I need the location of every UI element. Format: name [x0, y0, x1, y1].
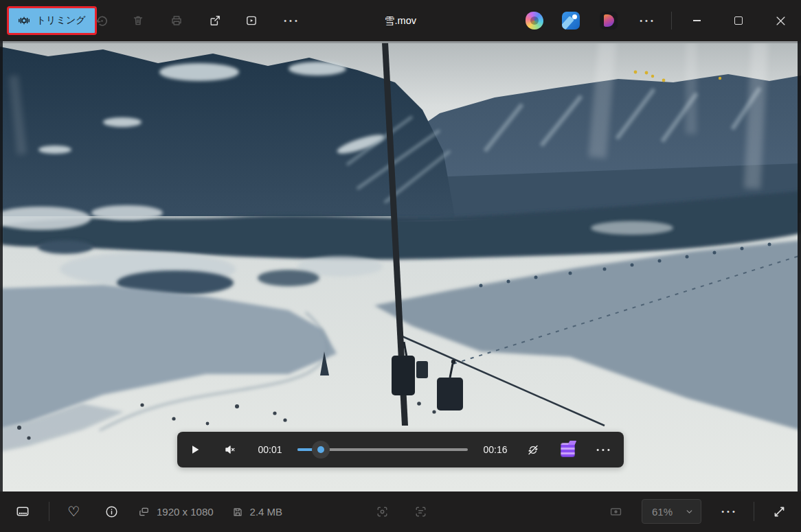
more-options-button[interactable]: ••• — [275, 5, 306, 36]
heart-icon: ♡ — [67, 505, 80, 518]
video-canvas[interactable] — [0, 41, 801, 491]
statusbar-more-button[interactable]: ••• — [714, 498, 742, 525]
chevron-down-icon — [685, 507, 701, 516]
clipchamp-icon — [561, 443, 575, 457]
file-size-icon — [232, 506, 244, 518]
statusbar-divider-left — [49, 502, 49, 521]
titlebar-divider — [671, 12, 672, 30]
delete-button[interactable] — [123, 5, 153, 36]
file-size-value: 2.4 MB — [250, 506, 283, 518]
play-button[interactable] — [184, 439, 206, 461]
print-button[interactable] — [161, 5, 192, 36]
current-time: 00:01 — [255, 432, 285, 467]
slideshow-button[interactable] — [236, 5, 267, 36]
filmstrip-button[interactable] — [9, 498, 36, 525]
clipchamp-button[interactable] — [556, 439, 578, 461]
close-button[interactable] — [760, 0, 800, 41]
total-time: 00:16 — [480, 432, 511, 467]
visual-search-button[interactable] — [368, 498, 396, 525]
edit-image-icon[interactable] — [562, 12, 580, 30]
repeat-off-button[interactable] — [522, 439, 544, 461]
maximize-icon — [734, 16, 743, 25]
title-bar: トリミング ••• 雪.mov ••• — [0, 0, 801, 41]
designer-icon[interactable] — [600, 12, 618, 30]
video-player-controls: 00:01 00:16 ••• — [177, 432, 624, 467]
actual-size-button[interactable] — [602, 498, 629, 525]
fullscreen-button[interactable] — [765, 498, 793, 525]
zoom-level-value: 61% — [642, 506, 685, 518]
seek-thumb[interactable] — [312, 441, 330, 459]
file-metadata: 1920 x 1080 2.4 MB — [137, 491, 282, 532]
rotate-button[interactable] — [87, 5, 117, 36]
zoom-level-dropdown[interactable]: 61% — [642, 499, 701, 524]
trim-button[interactable]: トリミング — [7, 6, 97, 35]
text-actions-button[interactable] — [407, 498, 434, 525]
copilot-icon[interactable] — [526, 12, 543, 30]
resolution-icon — [137, 505, 150, 518]
close-icon — [776, 16, 785, 25]
player-more-button[interactable]: ••• — [592, 439, 614, 461]
minimize-icon — [693, 20, 701, 21]
favorite-button[interactable]: ♡ — [60, 498, 87, 525]
info-button[interactable] — [98, 498, 125, 525]
trim-icon — [18, 14, 30, 27]
maximize-button[interactable] — [719, 0, 758, 41]
snow-mountain-scene — [0, 41, 801, 491]
statusbar-divider-right — [754, 502, 754, 521]
trim-label: トリミング — [36, 14, 86, 27]
status-bar: ♡ 1920 x 1080 2.4 MB 61% — [0, 491, 801, 532]
more-apps-button[interactable]: ••• — [631, 5, 662, 36]
resolution-value: 1920 x 1080 — [157, 506, 214, 518]
minimize-button[interactable] — [677, 0, 717, 41]
share-button[interactable] — [200, 5, 230, 36]
mute-button[interactable] — [219, 439, 241, 461]
